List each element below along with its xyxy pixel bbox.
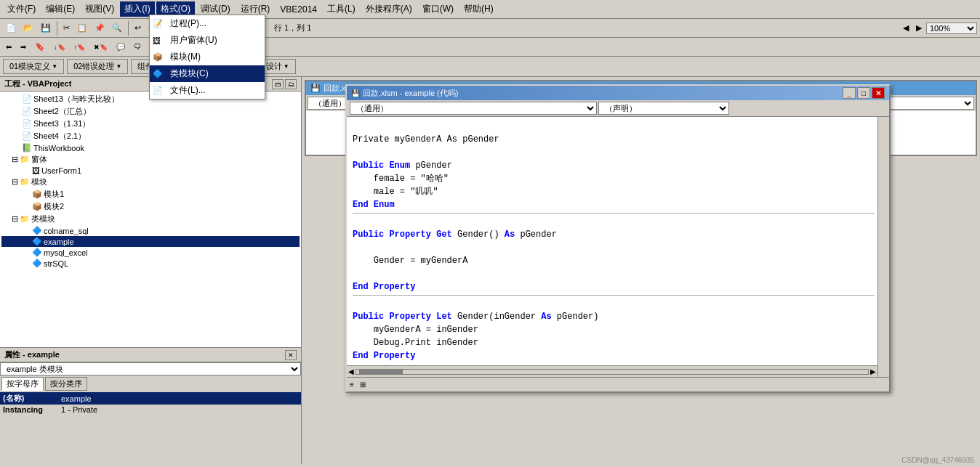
code-line-7: End Enum — [353, 198, 875, 211]
zoom-select[interactable]: 100% — [926, 23, 977, 34]
format-menu-item-proc[interactable]: 📝 过程(P)... — [150, 15, 265, 32]
sheet-icon: 📄 — [22, 94, 32, 104]
tree-forms-group[interactable]: ⊟ 📁 窗体 — [1, 153, 300, 166]
outer-title-icon: 💾 — [310, 84, 321, 93]
open-btn[interactable]: 📂 — [20, 22, 36, 34]
module-icon: 📦 — [32, 190, 42, 199]
inner-window-buttons: _ □ ✕ — [843, 87, 885, 99]
tree-classmod-strsql[interactable]: 🔷 strSQL — [1, 258, 300, 269]
menu-help[interactable]: 帮助(H) — [459, 1, 498, 17]
mod-icon: 📦 — [153, 52, 163, 62]
btn01-arrow: ▼ — [52, 63, 57, 70]
code-divider-1 — [353, 213, 875, 214]
inner-bottom-bar: ≡ ⊞ — [347, 377, 889, 391]
find-btn[interactable]: 🔍 — [109, 22, 125, 34]
scroll-left-icon[interactable]: ◀ — [348, 367, 354, 375]
paste-btn[interactable]: 📌 — [92, 22, 108, 34]
classmod-icon2: 🔷 — [32, 237, 42, 246]
right-panel: 💾 回款.xlsm - 模块2 (代码) （通用） ss Sub ss() 💾 — [302, 77, 980, 464]
expand-icon2: ⊟ — [12, 177, 18, 187]
tree-classmod-group[interactable]: ⊟ 📁 类模块 — [1, 213, 300, 225]
menu-tools[interactable]: 工具(L) — [323, 1, 360, 17]
inner-title-bar[interactable]: 💾 回款.xlsm - example (代码) _ □ ✕ — [347, 86, 889, 100]
inner-close-btn[interactable]: ✕ — [872, 87, 885, 99]
props-close-btn[interactable]: ✕ — [285, 350, 297, 360]
tree-classmod-example[interactable]: 🔷 example — [1, 236, 300, 247]
menu-file[interactable]: 文件(F) — [3, 1, 40, 17]
inner-scrollbar[interactable] — [877, 117, 889, 377]
tab-categorical[interactable]: 按分类序 — [45, 377, 87, 391]
menu-addins[interactable]: 外接程序(A) — [361, 1, 417, 17]
format-menu-item-file[interactable]: 📄 文件(L)... — [150, 82, 265, 99]
format-menu-item-module[interactable]: 📦 模块(M) — [150, 49, 265, 65]
form-icon: 🖼 — [32, 166, 40, 175]
zoom-plus[interactable]: ▶ — [913, 22, 925, 34]
code-line-18: End Property — [353, 349, 875, 362]
props-tabs: 按字母序 按分类序 — [0, 375, 301, 392]
menu-edit[interactable]: 编辑(E) — [41, 1, 79, 17]
tab-alphabetical[interactable]: 按字母序 — [1, 377, 44, 391]
inner-dropdown-right[interactable]: （声明） — [598, 102, 729, 115]
scroll-right-icon[interactable]: ▶ — [870, 367, 876, 375]
tree-classmod-colname[interactable]: 🔷 colname_sql — [1, 225, 300, 236]
copy-btn[interactable]: 📋 — [74, 22, 90, 34]
toggle-bookmark[interactable]: 🔖 — [32, 41, 48, 53]
undo-btn[interactable]: ↩ — [132, 22, 144, 34]
btn02-arrow: ▼ — [116, 63, 121, 70]
cut-btn[interactable]: ✂ — [60, 22, 73, 34]
format-menu-item-userform[interactable]: 🖼 用户窗体(U) — [150, 32, 265, 49]
next-bookmark[interactable]: ↓🔖 — [51, 42, 68, 52]
tree-thisworkbook[interactable]: 📗 ThisWorkbook — [1, 142, 300, 153]
sheet-icon: 📄 — [22, 131, 32, 141]
tree-sheet3[interactable]: 📄 Sheet3（1.31） — [1, 118, 300, 130]
bottom-view-icon1[interactable]: ≡ — [350, 381, 354, 389]
new-btn[interactable]: 📄 — [3, 22, 19, 34]
inner-dropdown-left[interactable]: （通用） — [350, 102, 597, 115]
tree-modules-group[interactable]: ⊟ 📁 模块 — [1, 176, 300, 188]
watermark: CSDN@qq_43746935 — [901, 456, 974, 464]
hscroll-track[interactable] — [356, 369, 869, 375]
tree-userform1[interactable]: 🖼 UserForm1 — [1, 166, 300, 176]
expand-icon: ⊟ — [12, 155, 18, 164]
props-class-select[interactable]: example 类模块 — [0, 362, 301, 375]
tree-classmod-mysql[interactable]: 🔷 mysql_excel — [1, 247, 300, 258]
menu-window[interactable]: 窗口(W) — [418, 1, 458, 17]
tree-sheet4[interactable]: 📄 Sheet4（2.1） — [1, 130, 300, 142]
custom-btn-01[interactable]: 01模块定义 ▼ — [3, 59, 64, 74]
save-btn[interactable]: 💾 — [38, 22, 54, 34]
prev-bookmark[interactable]: ↑🔖 — [71, 42, 89, 52]
menu-vbe[interactable]: VBE2014 — [276, 3, 321, 16]
inner-minimize-btn[interactable]: _ — [843, 87, 856, 99]
inner-code-area[interactable]: Private myGenderA As pGender Public Enum… — [347, 117, 889, 377]
indent-btn[interactable]: ⬅ — [3, 41, 15, 52]
project-panel-shrink[interactable]: 🗃 — [272, 79, 284, 89]
inner-maximize-btn[interactable]: □ — [857, 87, 870, 99]
menu-view[interactable]: 视图(V) — [81, 1, 119, 17]
clear-bookmarks[interactable]: ✖🔖 — [91, 42, 111, 52]
uncomment-btn[interactable]: 🗨 — [131, 41, 144, 52]
outdent-btn[interactable]: ➡ — [17, 41, 29, 52]
inner-hscrollbar[interactable]: ◀ ▶ — [347, 365, 877, 377]
tree-module1[interactable]: 📦 模块1 — [1, 188, 300, 200]
classmod-icon4: 🔷 — [32, 259, 42, 268]
zoom-minus[interactable]: ◀ — [900, 22, 912, 34]
code-line-11: Gender = myGenderA — [353, 254, 875, 267]
project-tree[interactable]: 📄 Sheet13（与昨天比较） 📄 Sheet2（汇总） 📄 Sheet3（1… — [0, 92, 301, 348]
project-panel-expand[interactable]: 🗂 — [285, 79, 297, 89]
code-line-15: Public Property Let Gender(inGender As p… — [353, 310, 875, 323]
comment-btn[interactable]: 💬 — [113, 41, 128, 52]
tree-sheet2[interactable]: 📄 Sheet2（汇总） — [1, 105, 300, 118]
bottom-view-icon2[interactable]: ⊞ — [360, 381, 366, 389]
format-menu-item-classmod[interactable]: 🔷 类模块(C) — [150, 65, 265, 82]
props-row-name[interactable]: (名称) example — [0, 392, 301, 405]
tree-module2[interactable]: 📦 模块2 — [1, 200, 300, 213]
inner-code-container: Private myGenderA As pGender Public Enum… — [347, 117, 889, 377]
main-layout: 工程 - VBAProject 🗃 🗂 📄 Sheet13（与昨天比较） 📄 S… — [0, 77, 980, 464]
folder-icon: 📁 — [20, 155, 30, 164]
props-row-instancing[interactable]: Instancing 1 - Private — [0, 405, 301, 415]
hscroll-thumb[interactable] — [359, 370, 403, 374]
format-menu-dropdown: 📝 过程(P)... 🖼 用户窗体(U) 📦 模块(M) 🔷 类模块(C) 📄 … — [149, 15, 265, 100]
custom-btn-02[interactable]: 02错误处理 ▼ — [67, 59, 128, 74]
left-panel: 工程 - VBAProject 🗃 🗂 📄 Sheet13（与昨天比较） 📄 S… — [0, 77, 302, 464]
props-panel-title: 属性 - example ✕ — [0, 348, 301, 362]
